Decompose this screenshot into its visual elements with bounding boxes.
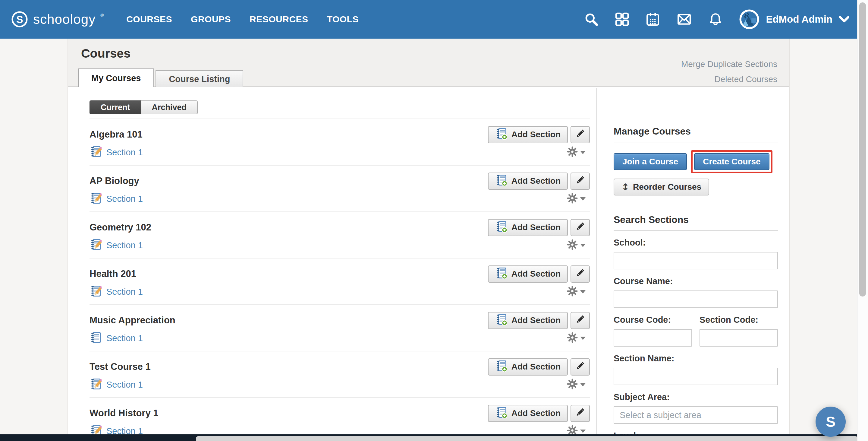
section-link[interactable]: Section 1 [106, 287, 143, 297]
caret-down-icon [580, 244, 586, 247]
brand-wordmark: schoology [33, 12, 96, 27]
reorder-courses-button[interactable]: ↕ Reorder Courses [614, 179, 709, 196]
course-code-input[interactable] [614, 329, 692, 347]
edit-course-button[interactable] [570, 219, 590, 236]
gear-icon [567, 239, 578, 252]
add-section-label: Add Section [512, 269, 561, 279]
mail-envelope-icon[interactable] [677, 12, 692, 26]
section-options-menu[interactable] [567, 332, 586, 345]
gear-icon [567, 146, 578, 159]
caret-down-icon [580, 151, 586, 154]
pencil-icon [575, 268, 585, 280]
school-input[interactable] [614, 252, 778, 269]
edit-course-button[interactable] [570, 126, 590, 143]
avatar [739, 9, 759, 29]
calendar-icon[interactable] [646, 12, 660, 26]
gear-icon [567, 378, 578, 391]
manage-courses-sidebar: Manage Courses Join a Course Create Cour… [596, 88, 790, 441]
edit-course-button[interactable] [570, 358, 590, 376]
tab-course-listing[interactable]: Course Listing [156, 70, 243, 87]
gear-icon [567, 193, 578, 205]
course-code-label: Course Code: [614, 315, 692, 325]
page-header-band: Courses Merge Duplicate Sections Deleted… [68, 39, 789, 87]
pencil-icon [575, 314, 585, 327]
navbar-right-cluster: EdMod Admin [584, 9, 857, 29]
section-name-input[interactable] [614, 368, 778, 385]
add-section-label: Add Section [512, 316, 561, 325]
course-tabs: My Courses Course Listing [78, 68, 245, 87]
section-code-input[interactable] [700, 329, 778, 347]
nav-item-tools[interactable]: TOOLS [318, 14, 368, 24]
notifications-bell-icon[interactable] [709, 12, 722, 26]
gear-icon [567, 332, 578, 345]
toggle-archived[interactable]: Archived [141, 100, 198, 114]
section-link[interactable]: Section 1 [106, 333, 143, 343]
manage-courses-heading: Manage Courses [614, 126, 778, 137]
course-name: Algebra 101 [90, 129, 143, 140]
user-name: EdMod Admin [766, 13, 832, 25]
create-course-highlight-box: Create Course [691, 150, 772, 173]
add-section-button[interactable]: Add Section [488, 405, 568, 422]
schoology-brand[interactable]: S schoology ® [11, 10, 104, 28]
section-link[interactable]: Section 1 [106, 147, 143, 157]
join-a-course-button[interactable]: Join a Course [614, 153, 687, 170]
section-options-menu[interactable] [567, 239, 586, 252]
section-options-menu[interactable] [567, 193, 586, 205]
current-archived-toggle: Current Archived [90, 100, 198, 114]
course-name-input[interactable] [614, 291, 778, 308]
caret-down-icon [580, 336, 586, 340]
tab-my-courses[interactable]: My Courses [78, 68, 154, 87]
course-row: AP Biology Add Section Section 1 [90, 166, 590, 212]
notebook-plus-icon [495, 406, 507, 420]
user-menu[interactable]: EdMod Admin [739, 9, 849, 29]
page-content: Courses Merge Duplicate Sections Deleted… [67, 39, 789, 441]
add-section-button[interactable]: Add Section [488, 312, 568, 329]
notebook-pencil-icon [90, 285, 101, 298]
notebook-plus-icon [495, 127, 507, 142]
section-options-menu[interactable] [567, 285, 586, 298]
add-section-button[interactable]: Add Section [488, 126, 568, 143]
section-link[interactable]: Section 1 [106, 380, 143, 390]
apps-grid-icon[interactable] [615, 12, 629, 26]
nav-item-resources[interactable]: RESOURCES [240, 14, 318, 24]
add-section-label: Add Section [512, 176, 561, 186]
add-section-button[interactable]: Add Section [488, 265, 568, 283]
section-options-menu[interactable] [567, 146, 586, 159]
nav-item-courses[interactable]: COURSES [117, 14, 181, 24]
add-section-button[interactable]: Add Section [488, 358, 568, 376]
section-link[interactable]: Section 1 [106, 194, 143, 204]
scrollbar-track[interactable] [857, 0, 868, 441]
search-sections-heading: Search Sections [614, 214, 778, 225]
scrollbar-thumb[interactable] [859, 2, 866, 296]
edit-course-button[interactable] [570, 312, 590, 329]
search-icon[interactable] [584, 12, 598, 26]
support-chat-widget[interactable]: S [815, 407, 846, 437]
course-name: World History 1 [90, 408, 158, 419]
merge-duplicate-sections-link[interactable]: Merge Duplicate Sections [681, 57, 777, 72]
edit-course-button[interactable] [570, 265, 590, 283]
svg-text:S: S [16, 13, 23, 25]
toggle-current[interactable]: Current [90, 100, 141, 114]
notebook-pencil-icon [90, 239, 101, 252]
pencil-icon [575, 128, 585, 141]
add-section-button[interactable]: Add Section [488, 173, 568, 190]
add-section-button[interactable]: Add Section [488, 219, 568, 236]
divider [614, 230, 778, 231]
section-link[interactable]: Section 1 [106, 240, 143, 251]
notebook-pencil-icon [90, 146, 101, 159]
gear-icon [567, 285, 578, 298]
subject-area-select[interactable] [614, 406, 778, 424]
registered-mark: ® [100, 13, 104, 18]
section-options-menu[interactable] [567, 378, 586, 391]
top-navbar: S schoology ® COURSES GROUPS RESOURCES T… [0, 0, 857, 39]
nav-item-groups[interactable]: GROUPS [181, 14, 240, 24]
add-section-label: Add Section [512, 223, 561, 232]
edit-course-button[interactable] [570, 405, 590, 422]
create-course-button[interactable]: Create Course [694, 153, 769, 170]
edit-course-button[interactable] [570, 173, 590, 190]
deleted-courses-link[interactable]: Deleted Courses [681, 72, 777, 87]
chevron-down-icon [839, 16, 849, 23]
course-name: Health 201 [90, 268, 136, 279]
section-code-label: Section Code: [700, 315, 778, 325]
course-row: Test Course 1 Add Section Section 1 [90, 351, 590, 398]
